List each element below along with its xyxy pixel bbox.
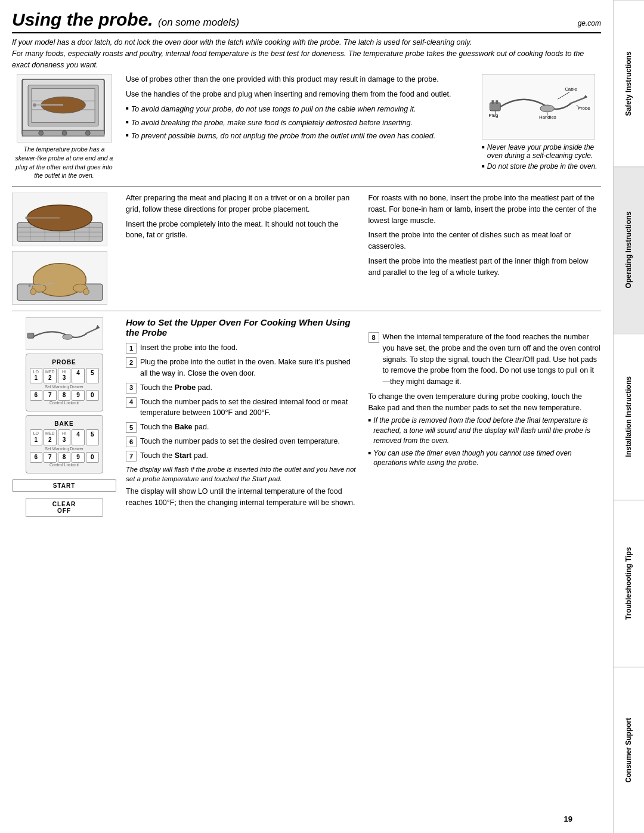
- key2-1[interactable]: LO 1: [30, 429, 43, 445]
- bake-control-panel: Bake LO 1 MED 2 HI 3 4: [26, 415, 103, 473]
- section2-para-right3: Insert the probe into the meatiest part …: [369, 256, 602, 278]
- key-4[interactable]: 4: [72, 368, 85, 383]
- key-5[interactable]: 5: [86, 368, 99, 383]
- sidebar-tab-safety[interactable]: Safety Instructions: [614, 0, 644, 166]
- step-6: 6 Touch the number pads to set the desir…: [126, 436, 359, 447]
- sidebar-tab-troubleshooting[interactable]: Troubleshooting Tips: [614, 500, 644, 666]
- svg-point-49: [62, 335, 72, 340]
- probe-small-image: [26, 317, 103, 350]
- key2-9[interactable]: 9: [72, 452, 85, 463]
- page-title: Using the probe. (on some models): [12, 10, 239, 30]
- right-bullet2: You can use the timer even though you ca…: [369, 448, 602, 469]
- key2-4[interactable]: 4: [72, 429, 85, 445]
- section2-middle: After preparing the meat and placing it …: [126, 193, 359, 305]
- keypad-row1: LO 1 MED 2 HI 3 4 5: [30, 368, 99, 383]
- key-3[interactable]: HI 3: [58, 368, 71, 383]
- svg-rect-14: [496, 100, 498, 104]
- sidebar-tab-operating-label: Operating Instructions: [624, 212, 634, 289]
- key-7[interactable]: 7: [44, 390, 57, 401]
- roast-image: [12, 193, 107, 246]
- svg-text:Plug: Plug: [489, 113, 499, 118]
- bake-label: Bake: [30, 420, 99, 427]
- title-subtitle: (on some models): [158, 17, 239, 28]
- sidebar-tab-installation-label: Installation Instructions: [624, 376, 634, 457]
- probe-diagram: Plug Cable Handles Probe: [482, 74, 595, 140]
- sidebar-tab-installation[interactable]: Installation Instructions: [614, 333, 644, 500]
- italic-note: The display will flash if the probe is i…: [126, 465, 359, 484]
- key2-3[interactable]: HI 3: [58, 429, 71, 445]
- section1-right-bullet2: Do not store the probe in the oven.: [482, 162, 601, 171]
- turkey-image: [12, 251, 107, 305]
- svg-rect-13: [491, 100, 494, 104]
- key-8[interactable]: 8: [58, 390, 71, 401]
- svg-point-43: [83, 289, 89, 295]
- key-2[interactable]: MED 2: [44, 368, 57, 383]
- svg-line-23: [558, 92, 569, 100]
- section2-para-left2: Insert the probe completely into the mea…: [126, 219, 359, 241]
- svg-point-11: [85, 131, 90, 136]
- step-7: 7 Touch the Start pad.: [126, 450, 359, 462]
- step-list: 1 Insert the probe into the food. 2 Plug…: [126, 342, 359, 462]
- page-number: 19: [564, 815, 572, 823]
- key-1[interactable]: LO 1: [30, 368, 43, 383]
- step-3: 3 Touch the Probe pad.: [126, 382, 359, 394]
- right-bullet1: If the probe is removed from the food be…: [369, 416, 602, 445]
- intro-line1: If your model has a door latch, do not l…: [12, 37, 601, 48]
- svg-point-42: [30, 289, 36, 295]
- section1-bullet2: To avoid breaking the probe, make sure f…: [126, 117, 472, 129]
- section1-right: Plug Cable Handles Probe Never leave you…: [482, 74, 601, 180]
- clear-off-button-container: Clear Off: [26, 496, 103, 517]
- section3-right: 8 When the internal temperature of the f…: [369, 317, 602, 517]
- section1-para1: Use of probes other than the one provide…: [126, 74, 472, 85]
- sidebar-tab-troubleshooting-label: Troubleshooting Tips: [624, 547, 634, 620]
- key2-0[interactable]: 0: [86, 452, 99, 463]
- key2-6[interactable]: 6: [30, 452, 43, 463]
- section1-bullet3: To prevent possible burns, do not unplug…: [126, 131, 472, 142]
- page-header: Using the probe. (on some models) ge.com: [12, 10, 601, 33]
- section1-bullet1: To avoid damaging your probe, do not use…: [126, 104, 472, 115]
- page-url: ge.com: [578, 19, 601, 27]
- section1: The temperature probe has a skewer-like …: [12, 74, 601, 187]
- key2-2[interactable]: MED 2: [44, 429, 57, 445]
- section3-middle: How to Set the Upper Oven For Cooking Wh…: [126, 317, 359, 517]
- svg-point-17: [540, 105, 555, 112]
- svg-point-45: [29, 284, 31, 287]
- section3-left: Probe LO 1 MED 2 HI 3 4: [12, 317, 116, 517]
- key-0[interactable]: 0: [86, 390, 99, 401]
- keypad2-row2: 6 7 8 9 0: [30, 452, 99, 463]
- sidebar-tab-safety-label: Safety Instructions: [624, 51, 634, 116]
- svg-text:Handles: Handles: [539, 114, 556, 120]
- key-6[interactable]: 6: [30, 390, 43, 401]
- key2-7[interactable]: 7: [44, 452, 57, 463]
- svg-point-37: [25, 216, 28, 219]
- step-1: 1 Insert the probe into the food.: [126, 342, 359, 354]
- probe-control-panel: Probe LO 1 MED 2 HI 3 4: [26, 354, 103, 411]
- keypad2-row1: LO 1 MED 2 HI 3 4 5: [30, 429, 99, 445]
- sidebar: Safety Instructions Operating Instructio…: [613, 0, 644, 833]
- step-4: 4 Touch the number pads to set the desir…: [126, 397, 359, 419]
- key2-5[interactable]: 5: [86, 429, 99, 445]
- svg-rect-12: [490, 103, 501, 111]
- image-caption: The temperature probe has a skewer-like …: [12, 145, 116, 180]
- title-text: Using the probe.: [12, 10, 153, 29]
- section2-right: For roasts with no bone, insert the prob…: [369, 193, 602, 305]
- sidebar-tab-consumer[interactable]: Consumer Support: [614, 667, 644, 833]
- section2-para-left1: After preparing the meat and placing it …: [126, 193, 359, 215]
- section1-right-bullet1: Never leave your probe inside the oven d…: [482, 143, 601, 160]
- display-note: The display will show LO until the inter…: [126, 486, 359, 509]
- section2-para-right1: For roasts with no bone, insert the prob…: [369, 193, 602, 226]
- sidebar-tab-operating[interactable]: Operating Instructions: [614, 166, 644, 333]
- right-step8: 8 When the internal temperature of the f…: [369, 332, 602, 388]
- step-2: 2 Plug the probe into the outlet in the …: [126, 357, 359, 379]
- key2-8[interactable]: 8: [58, 452, 71, 463]
- start-button[interactable]: Start: [12, 479, 116, 492]
- clear-off-button[interactable]: Clear Off: [26, 498, 103, 517]
- section1-middle: Use of probes other than the one provide…: [126, 74, 472, 180]
- section3: Probe LO 1 MED 2 HI 3 4: [12, 317, 601, 517]
- keypad-row2: 6 7 8 9 0: [30, 390, 99, 401]
- sidebar-tab-consumer-label: Consumer Support: [624, 718, 634, 783]
- svg-text:Probe: Probe: [578, 106, 591, 111]
- intro-text: If your model has a door latch, do not l…: [12, 37, 601, 70]
- key-9[interactable]: 9: [72, 390, 85, 401]
- svg-point-9: [38, 131, 43, 136]
